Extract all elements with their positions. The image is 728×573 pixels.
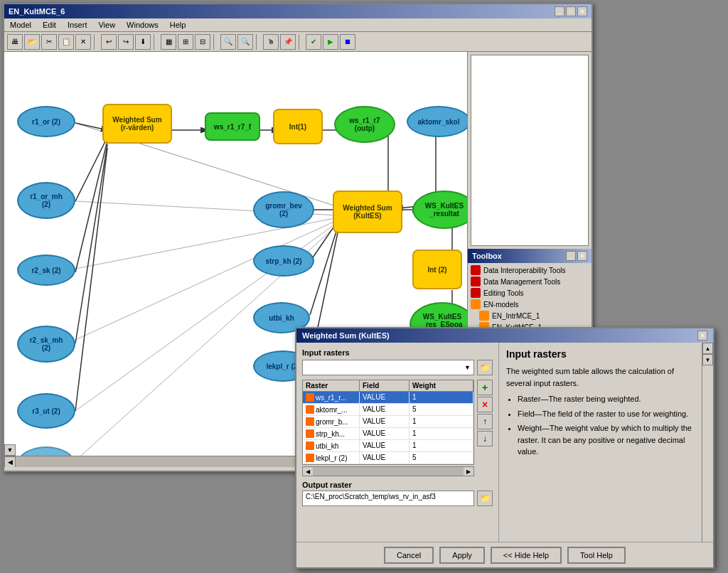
node-r3-ut[interactable]: r3_ut (2) <box>17 393 75 429</box>
node-aktomr-skol[interactable]: aktomr_skol <box>407 106 467 137</box>
node-weighted-sum-1[interactable]: Weighted Sum(r-värden) <box>102 104 172 144</box>
table-row-2[interactable]: gromr_b... VALUE 1 <box>303 416 473 428</box>
node-strp-kh[interactable]: strp_kh (2) <box>253 245 314 277</box>
tb-open[interactable]: 📂 <box>24 34 40 50</box>
maximize-button[interactable]: □ <box>566 6 576 16</box>
toolbox-item-2[interactable]: Editing Tools <box>468 287 592 299</box>
raster-icon-5 <box>306 454 314 462</box>
tb-stop[interactable]: ⏹ <box>340 34 355 50</box>
node-r2-sk-mh[interactable]: r2_sk_mh(2) <box>17 326 75 363</box>
node-int2[interactable]: Int (2) <box>412 250 462 289</box>
tb-check[interactable]: ✔ <box>306 34 321 50</box>
cancel-button[interactable]: Cancel <box>384 547 434 564</box>
node-ws-r1-r7-outp[interactable]: ws_r1_r7(outp) <box>334 106 395 143</box>
node-r2-sk[interactable]: r2_sk (2) <box>17 255 75 286</box>
node-r1or[interactable]: r1_or (2) <box>17 106 75 137</box>
hscroll-left[interactable]: ◀ <box>4 456 16 467</box>
toolbox-minimize[interactable]: _ <box>566 251 576 261</box>
table-up-button[interactable]: ↑ <box>477 414 493 429</box>
tb-select[interactable]: 🖱 <box>263 34 279 50</box>
menu-model[interactable]: Model <box>7 20 34 30</box>
dialog-right-vscroll[interactable]: ▲ ▼ <box>702 343 713 542</box>
node-int2-label: Int (2) <box>427 266 446 274</box>
tb-cut[interactable]: ✂ <box>41 34 57 50</box>
tb-run[interactable]: ▶ <box>323 34 338 50</box>
raster-icon-4 <box>306 441 314 450</box>
minimize-button[interactable]: _ <box>555 6 564 16</box>
input-rasters-browse[interactable]: 📁 <box>477 360 493 375</box>
menu-view[interactable]: View <box>95 20 118 30</box>
output-raster-browse[interactable]: 📁 <box>477 491 493 506</box>
tscroll-track[interactable] <box>313 467 464 476</box>
toolbox-item-1[interactable]: Data Management Tools <box>468 276 592 287</box>
help-body: The weighted sum table allows the calcul… <box>506 365 695 458</box>
table-row-0[interactable]: ws_r1_r... VALUE 1 <box>303 392 473 404</box>
tscroll-right[interactable]: ▶ <box>464 467 473 476</box>
tb-pin[interactable]: 📌 <box>280 34 296 50</box>
node-ws-r1-r7-f[interactable]: ws_r1_r7_f <box>205 112 260 141</box>
node-r3-ut-label: r3_ut (2) <box>32 407 60 415</box>
node-ws-r1-r7-f-label: ws_r1_r7_f <box>214 123 251 131</box>
toolbox-title: Toolbox _ × <box>468 249 592 263</box>
node-ws-kultes-res[interactable]: WS_KultES_resultat <box>412 191 467 229</box>
table-down-button[interactable]: ↓ <box>477 431 493 446</box>
tscroll-left[interactable]: ◀ <box>303 467 313 476</box>
menu-insert[interactable]: Insert <box>65 20 90 30</box>
output-raster-input[interactable]: C:\EN_proc\Scratch_temp\ws_rv_in_asf3 <box>302 491 474 506</box>
help-scroll-down[interactable]: ▼ <box>702 354 713 365</box>
overview-area <box>471 55 589 246</box>
input-rasters-label: Input rasters <box>302 348 493 357</box>
tb-zoom-out[interactable]: 🔍 <box>237 34 253 50</box>
svg-line-3 <box>75 144 107 343</box>
table-row-5[interactable]: lekpl_r (2) VALUE 5 <box>303 452 473 464</box>
tool-help-button[interactable]: Tool Help <box>567 547 626 564</box>
table-row-3[interactable]: strp_kh... VALUE 1 <box>303 428 473 440</box>
tb-print[interactable]: 🖶 <box>7 34 23 50</box>
svg-line-2 <box>75 141 107 272</box>
tb-undo[interactable]: ↩ <box>101 34 117 50</box>
tb-delete[interactable]: ✕ <box>75 34 91 50</box>
table-hscrollbar[interactable]: ◀ ▶ <box>302 466 474 476</box>
tb-copy[interactable]: 📋 <box>58 34 74 50</box>
node-weighted-sum-2[interactable]: Weighted Sum(KultES) <box>333 191 402 233</box>
table-delete-button[interactable]: × <box>477 397 493 412</box>
toolbox-close[interactable]: × <box>577 251 587 261</box>
toolbox-item-0[interactable]: Data Interoperability Tools <box>468 264 592 276</box>
table-row-4[interactable]: utbi_kh VALUE 1 <box>303 440 473 452</box>
tb-grid[interactable]: ▦ <box>161 34 176 50</box>
svg-line-4 <box>75 148 107 411</box>
tb-add[interactable]: ⊞ <box>178 34 193 50</box>
table-add-button[interactable]: + <box>477 380 493 395</box>
svg-line-1 <box>75 137 107 201</box>
td-weight-0: 1 <box>410 392 473 403</box>
hide-help-button[interactable]: << Hide Help <box>491 547 562 564</box>
td-field-1: VALUE <box>360 404 410 415</box>
raster-icon-3 <box>306 429 314 438</box>
close-button[interactable]: × <box>577 6 587 16</box>
menu-bar: Model Edit Insert View Windows Help <box>4 18 592 32</box>
input-rasters-dropdown[interactable]: ▼ <box>302 360 474 375</box>
td-field-0: VALUE <box>360 392 410 403</box>
tb-sep3 <box>213 34 218 50</box>
td-weight-3: 1 <box>410 428 473 439</box>
menu-windows[interactable]: Windows <box>124 20 161 30</box>
node-gromr-bev[interactable]: gromr_bev(2) <box>253 191 314 228</box>
node-int1[interactable]: Int(1) <box>273 109 323 144</box>
menu-help[interactable]: Help <box>167 20 189 30</box>
table-row-1[interactable]: aktomr_... VALUE 5 <box>303 404 473 416</box>
toolbox-item-3[interactable]: EN-models <box>468 299 592 310</box>
table-header: Raster Field Weight <box>303 380 473 392</box>
apply-button[interactable]: Apply <box>439 547 485 564</box>
toolbox-item-4[interactable]: EN_IntrMCE_1 <box>468 310 592 321</box>
tb-zoom-in[interactable]: 🔍 <box>220 34 236 50</box>
help-scroll-up[interactable]: ▲ <box>702 343 713 354</box>
dialog-close-button[interactable]: × <box>697 331 707 341</box>
menu-edit[interactable]: Edit <box>40 20 59 30</box>
tb-remove[interactable]: ⊟ <box>195 34 210 50</box>
tb-redo[interactable]: ↪ <box>118 34 134 50</box>
help-bullet-0: Raster—The raster being weighted. <box>518 393 695 405</box>
rasters-table[interactable]: Raster Field Weight ws_r1_r... VALUE 1 <box>302 380 474 465</box>
tb-down[interactable]: ⬇ <box>135 34 151 50</box>
canvas-scroll-down[interactable]: ▼ <box>4 444 16 456</box>
node-r1-or-mh[interactable]: r1_or_mh(2) <box>17 182 75 219</box>
